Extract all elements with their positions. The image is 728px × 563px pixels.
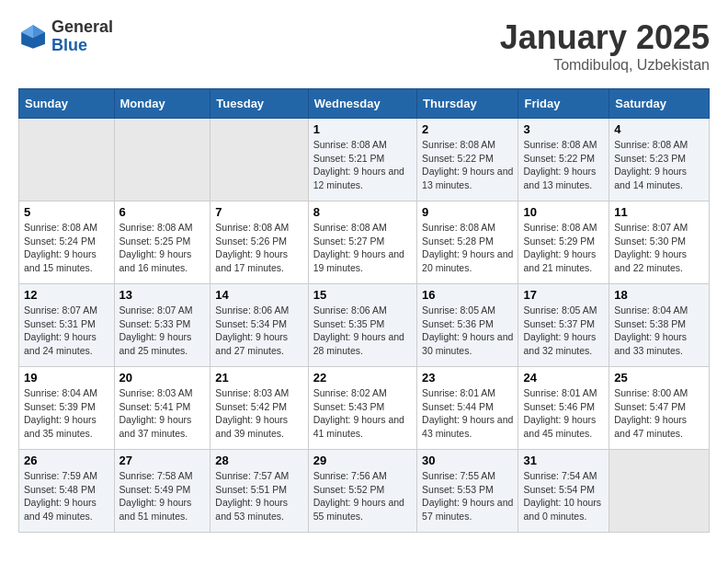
calendar-cell: 19Sunrise: 8:04 AM Sunset: 5:39 PM Dayli… [19, 367, 115, 450]
header-saturday: Saturday [609, 89, 710, 119]
day-number: 19 [24, 371, 109, 385]
calendar-cell: 2Sunrise: 8:08 AM Sunset: 5:22 PM Daylig… [417, 119, 518, 201]
calendar-cell [210, 119, 308, 201]
title-block: January 2025 Tomdibuloq, Uzbekistan [500, 18, 710, 74]
day-number: 8 [313, 205, 412, 219]
calendar-cell: 26Sunrise: 7:59 AM Sunset: 5:48 PM Dayli… [19, 450, 115, 533]
calendar-title: January 2025 [500, 18, 710, 57]
day-detail: Sunrise: 8:01 AM Sunset: 5:44 PM Dayligh… [422, 386, 513, 441]
calendar-cell: 27Sunrise: 7:58 AM Sunset: 5:49 PM Dayli… [114, 450, 210, 533]
calendar-cell: 5Sunrise: 8:08 AM Sunset: 5:24 PM Daylig… [19, 201, 115, 284]
header-monday: Monday [114, 89, 210, 119]
calendar-cell: 1Sunrise: 8:08 AM Sunset: 5:21 PM Daylig… [308, 119, 416, 201]
day-number: 21 [215, 371, 302, 385]
day-detail: Sunrise: 8:01 AM Sunset: 5:46 PM Dayligh… [523, 386, 604, 441]
header-wednesday: Wednesday [308, 89, 416, 119]
day-detail: Sunrise: 8:08 AM Sunset: 5:29 PM Dayligh… [523, 221, 604, 275]
day-detail: Sunrise: 8:05 AM Sunset: 5:36 PM Dayligh… [422, 304, 513, 358]
calendar-cell: 15Sunrise: 8:06 AM Sunset: 5:35 PM Dayli… [308, 284, 416, 367]
calendar-cell: 9Sunrise: 8:08 AM Sunset: 5:28 PM Daylig… [417, 201, 518, 284]
calendar-cell: 23Sunrise: 8:01 AM Sunset: 5:44 PM Dayli… [417, 367, 518, 450]
calendar-cell: 4Sunrise: 8:08 AM Sunset: 5:23 PM Daylig… [609, 119, 710, 201]
day-detail: Sunrise: 7:54 AM Sunset: 5:54 PM Dayligh… [523, 469, 604, 523]
day-detail: Sunrise: 8:03 AM Sunset: 5:42 PM Dayligh… [215, 386, 302, 441]
day-detail: Sunrise: 8:06 AM Sunset: 5:35 PM Dayligh… [313, 304, 412, 358]
day-number: 23 [422, 371, 513, 385]
day-detail: Sunrise: 7:58 AM Sunset: 5:49 PM Dayligh… [119, 469, 206, 523]
day-number: 28 [215, 454, 302, 467]
day-detail: Sunrise: 8:05 AM Sunset: 5:37 PM Dayligh… [523, 304, 604, 358]
calendar-cell: 31Sunrise: 7:54 AM Sunset: 5:54 PM Dayli… [518, 450, 609, 533]
calendar-cell: 8Sunrise: 8:08 AM Sunset: 5:27 PM Daylig… [308, 201, 416, 284]
day-detail: Sunrise: 8:08 AM Sunset: 5:26 PM Dayligh… [215, 221, 302, 275]
day-number: 27 [119, 454, 206, 467]
calendar-cell: 16Sunrise: 8:05 AM Sunset: 5:36 PM Dayli… [417, 284, 518, 367]
day-detail: Sunrise: 8:04 AM Sunset: 5:38 PM Dayligh… [614, 304, 704, 358]
day-number: 3 [523, 122, 604, 136]
header-friday: Friday [518, 89, 609, 119]
calendar-cell: 3Sunrise: 8:08 AM Sunset: 5:22 PM Daylig… [518, 119, 609, 201]
day-detail: Sunrise: 8:04 AM Sunset: 5:39 PM Dayligh… [24, 386, 109, 441]
calendar-cell: 30Sunrise: 7:55 AM Sunset: 5:53 PM Dayli… [417, 450, 518, 533]
day-number: 13 [119, 288, 206, 302]
day-number: 16 [422, 288, 513, 302]
day-detail: Sunrise: 8:03 AM Sunset: 5:41 PM Dayligh… [119, 386, 206, 441]
calendar-cell: 10Sunrise: 8:08 AM Sunset: 5:29 PM Dayli… [518, 201, 609, 284]
day-detail: Sunrise: 8:00 AM Sunset: 5:47 PM Dayligh… [614, 386, 704, 441]
day-number: 26 [24, 454, 109, 467]
calendar-week-row: 5Sunrise: 8:08 AM Sunset: 5:24 PM Daylig… [19, 201, 710, 284]
calendar-subtitle: Tomdibuloq, Uzbekistan [500, 57, 710, 74]
header-tuesday: Tuesday [210, 89, 308, 119]
calendar-table: SundayMondayTuesdayWednesdayThursdayFrid… [18, 88, 710, 533]
logo-icon [18, 22, 48, 52]
day-detail: Sunrise: 8:08 AM Sunset: 5:24 PM Dayligh… [24, 221, 109, 275]
calendar-cell: 7Sunrise: 8:08 AM Sunset: 5:26 PM Daylig… [210, 201, 308, 284]
day-detail: Sunrise: 8:02 AM Sunset: 5:43 PM Dayligh… [313, 386, 412, 441]
logo: General Blue [18, 18, 113, 55]
day-detail: Sunrise: 7:59 AM Sunset: 5:48 PM Dayligh… [24, 469, 109, 523]
calendar-cell: 24Sunrise: 8:01 AM Sunset: 5:46 PM Dayli… [518, 367, 609, 450]
calendar-cell: 11Sunrise: 8:07 AM Sunset: 5:30 PM Dayli… [609, 201, 710, 284]
calendar-header-row: SundayMondayTuesdayWednesdayThursdayFrid… [19, 89, 710, 119]
day-number: 14 [215, 288, 302, 302]
day-detail: Sunrise: 8:08 AM Sunset: 5:22 PM Dayligh… [523, 138, 604, 192]
day-number: 5 [24, 205, 109, 219]
day-number: 15 [313, 288, 412, 302]
day-number: 7 [215, 205, 302, 219]
calendar-cell: 21Sunrise: 8:03 AM Sunset: 5:42 PM Dayli… [210, 367, 308, 450]
day-number: 22 [313, 371, 412, 385]
day-number: 20 [119, 371, 206, 385]
day-detail: Sunrise: 8:08 AM Sunset: 5:28 PM Dayligh… [422, 221, 513, 275]
calendar-cell [609, 450, 710, 533]
day-detail: Sunrise: 8:08 AM Sunset: 5:25 PM Dayligh… [119, 221, 206, 275]
calendar-week-row: 1Sunrise: 8:08 AM Sunset: 5:21 PM Daylig… [19, 119, 710, 201]
day-detail: Sunrise: 7:55 AM Sunset: 5:53 PM Dayligh… [422, 469, 513, 523]
day-detail: Sunrise: 8:08 AM Sunset: 5:27 PM Dayligh… [313, 221, 412, 275]
day-number: 4 [614, 122, 704, 136]
day-detail: Sunrise: 8:07 AM Sunset: 5:33 PM Dayligh… [119, 304, 206, 358]
day-number: 10 [523, 205, 604, 219]
calendar-cell: 25Sunrise: 8:00 AM Sunset: 5:47 PM Dayli… [609, 367, 710, 450]
day-number: 30 [422, 454, 513, 467]
day-number: 11 [614, 205, 704, 219]
day-number: 9 [422, 205, 513, 219]
day-number: 25 [614, 371, 704, 385]
day-detail: Sunrise: 7:57 AM Sunset: 5:51 PM Dayligh… [215, 469, 302, 523]
day-number: 12 [24, 288, 109, 302]
calendar-cell: 22Sunrise: 8:02 AM Sunset: 5:43 PM Dayli… [308, 367, 416, 450]
day-number: 18 [614, 288, 704, 302]
logo-text: General Blue [51, 18, 113, 55]
day-detail: Sunrise: 7:56 AM Sunset: 5:52 PM Dayligh… [313, 469, 412, 523]
header-thursday: Thursday [417, 89, 518, 119]
day-detail: Sunrise: 8:08 AM Sunset: 5:21 PM Dayligh… [313, 138, 412, 192]
day-detail: Sunrise: 8:08 AM Sunset: 5:23 PM Dayligh… [614, 138, 704, 192]
calendar-week-row: 19Sunrise: 8:04 AM Sunset: 5:39 PM Dayli… [19, 367, 710, 450]
day-number: 2 [422, 122, 513, 136]
calendar-cell: 28Sunrise: 7:57 AM Sunset: 5:51 PM Dayli… [210, 450, 308, 533]
calendar-cell: 13Sunrise: 8:07 AM Sunset: 5:33 PM Dayli… [114, 284, 210, 367]
day-number: 31 [523, 454, 604, 467]
calendar-cell: 29Sunrise: 7:56 AM Sunset: 5:52 PM Dayli… [308, 450, 416, 533]
day-detail: Sunrise: 8:07 AM Sunset: 5:30 PM Dayligh… [614, 221, 704, 275]
calendar-week-row: 26Sunrise: 7:59 AM Sunset: 5:48 PM Dayli… [19, 450, 710, 533]
calendar-cell [114, 119, 210, 201]
